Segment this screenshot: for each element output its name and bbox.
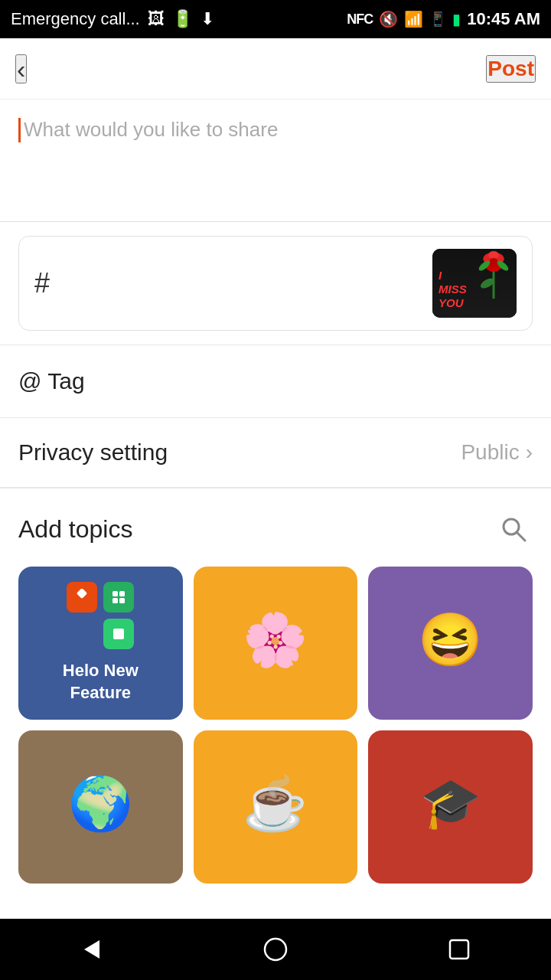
svg-rect-19 [450,940,468,959]
svg-rect-16 [113,629,124,639]
helo-feature-name: Helo NewFeature [55,660,146,704]
sim-icon: 📱 [429,11,446,28]
flower-emoji: 🌸 [243,613,308,665]
svg-rect-13 [119,591,125,596]
attached-image-thumb[interactable]: IMISSYOU [432,249,517,318]
tag-label: @ Tag [18,368,85,394]
topics-title: Add topics [18,515,132,544]
svg-marker-17 [84,940,99,959]
svg-rect-14 [112,598,118,603]
tea-emoji: ☕ [243,777,308,829]
bottom-nav [0,919,551,980]
svg-rect-11 [77,589,87,599]
post-button[interactable]: Post [486,55,536,83]
helo-icons-grid [67,582,134,649]
topics-section: Add topics [0,488,551,884]
nfc-icon: NFC [347,11,373,28]
battery-icon: 🔋 [172,9,193,29]
search-icon [499,514,528,544]
privacy-right[interactable]: Public › [461,440,533,465]
privacy-label: Privacy setting [18,439,168,466]
privacy-row[interactable]: Privacy setting Public › [0,418,551,488]
topic-card-education[interactable]: 🎓 [368,730,533,884]
battery-full-icon: ▮ [452,10,461,28]
topics-grid: Helo NewFeature 🌸 😆 🌍 ☕ 🎓 [18,567,533,884]
topic-card-funny[interactable]: 😆 [368,567,533,720]
text-cursor [18,118,21,142]
back-button[interactable]: ‹ [15,54,27,83]
helo-square-icon [103,619,134,649]
topics-search-button[interactable] [494,510,533,548]
home-circle-icon [262,936,289,963]
status-right: NFC 🔇 📶 📱 ▮ 10:45 AM [347,9,540,29]
education-emoji: 🎓 [420,779,481,828]
topic-card-tea[interactable]: ☕ [194,730,358,884]
privacy-value: Public [461,440,519,465]
top-nav: ‹ Post [0,38,551,100]
topic-card-world[interactable]: 🌍 [18,730,183,884]
svg-point-5 [488,251,499,259]
back-triangle-icon [78,936,106,963]
hashtag-symbol: # [34,267,50,299]
helo-empty-cell [67,619,97,649]
hashtag-row[interactable]: # IMISSYOU [18,236,533,331]
svg-point-18 [265,939,286,960]
svg-rect-12 [112,591,118,596]
topic-card-flower[interactable]: 🌸 [194,567,358,720]
recent-square-icon [445,936,473,963]
emergency-call-text: Emergency call... [11,9,140,29]
nav-home-button[interactable] [256,930,295,969]
topics-header: Add topics [18,510,533,548]
svg-point-6 [489,258,498,267]
miss-you-text: IMISSYOU [439,269,467,310]
svg-rect-15 [119,598,125,603]
status-bar: Emergency call... 🖼 🔋 ⬇ NFC 🔇 📶 📱 ▮ 10:4… [0,0,551,38]
topic-card-helo-new-feature[interactable]: Helo NewFeature [18,567,183,720]
helo-grid-icon [103,582,134,612]
content-area[interactable]: What would you like to share [0,100,551,222]
wifi-icon: 📶 [404,10,423,28]
download-icon: ⬇ [201,9,214,29]
svg-line-10 [517,532,525,541]
photo-icon: 🖼 [148,9,165,29]
tag-row[interactable]: @ Tag [0,345,551,418]
chevron-right-icon: › [526,440,533,465]
status-left: Emergency call... 🖼 🔋 ⬇ [11,9,214,29]
funny-emoji: 😆 [418,613,483,665]
content-placeholder: What would you like to share [24,118,278,142]
helo-diamond-icon [67,582,97,612]
nav-back-button[interactable] [73,930,111,969]
nav-recent-button[interactable] [440,930,478,969]
world-emoji: 🌍 [68,777,133,829]
mute-icon: 🔇 [379,10,398,28]
status-time: 10:45 AM [467,9,540,29]
